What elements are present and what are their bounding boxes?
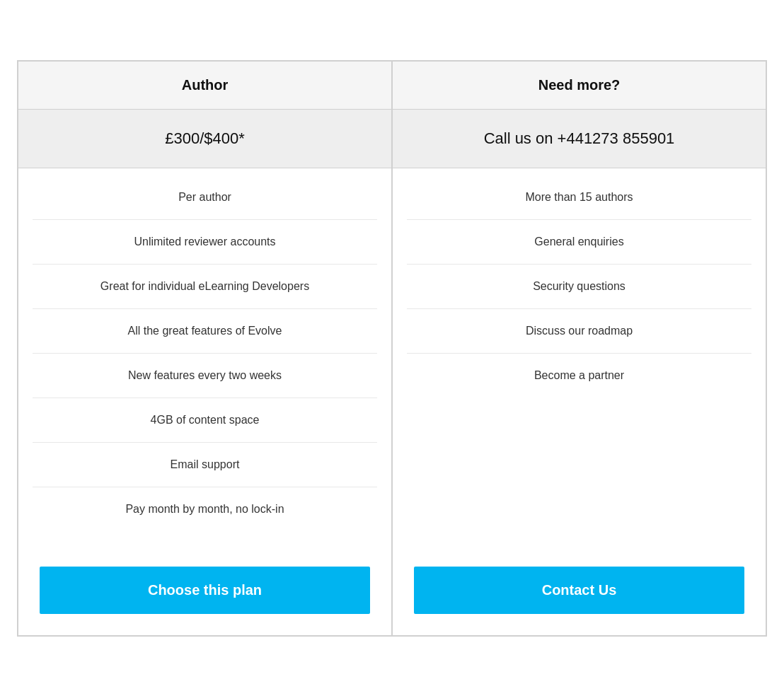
author-column: Author £300/$400* Per author Unlimited r… [18, 61, 392, 636]
author-title: Author [182, 77, 229, 93]
need-more-feature-1: More than 15 authors [407, 175, 751, 220]
need-more-feature-5: Become a partner [407, 354, 751, 398]
need-more-price: Call us on +441273 855901 [484, 129, 675, 147]
author-features-list: Per author Unlimited reviewer accounts G… [18, 168, 391, 552]
need-more-feature-4: Discuss our roadmap [407, 309, 751, 354]
need-more-title: Need more? [538, 77, 621, 93]
author-feature-8: Pay month by month, no lock-in [33, 487, 377, 531]
need-more-cta-section: Contact Us [393, 552, 766, 635]
author-feature-5: New features every two weeks [33, 354, 377, 398]
pricing-container: Author £300/$400* Per author Unlimited r… [17, 60, 767, 637]
author-feature-6: 4GB of content space [33, 398, 377, 443]
author-feature-2: Unlimited reviewer accounts [33, 220, 377, 265]
author-price: £300/$400* [165, 129, 245, 147]
author-feature-4: All the great features of Evolve [33, 309, 377, 354]
author-feature-7: Email support [33, 443, 377, 487]
author-feature-1: Per author [33, 175, 377, 220]
need-more-price-section: Call us on +441273 855901 [393, 110, 766, 168]
author-price-section: £300/$400* [18, 110, 391, 168]
need-more-features-list: More than 15 authors General enquiries S… [393, 168, 766, 552]
choose-plan-button[interactable]: Choose this plan [40, 567, 370, 614]
need-more-column: Need more? Call us on +441273 855901 Mor… [392, 61, 766, 636]
author-feature-3: Great for individual eLearning Developer… [33, 265, 377, 309]
need-more-header: Need more? [393, 62, 766, 110]
contact-us-button[interactable]: Contact Us [414, 567, 744, 614]
need-more-feature-2: General enquiries [407, 220, 751, 265]
need-more-feature-3: Security questions [407, 265, 751, 309]
author-header: Author [18, 62, 391, 110]
author-cta-section: Choose this plan [18, 552, 391, 635]
